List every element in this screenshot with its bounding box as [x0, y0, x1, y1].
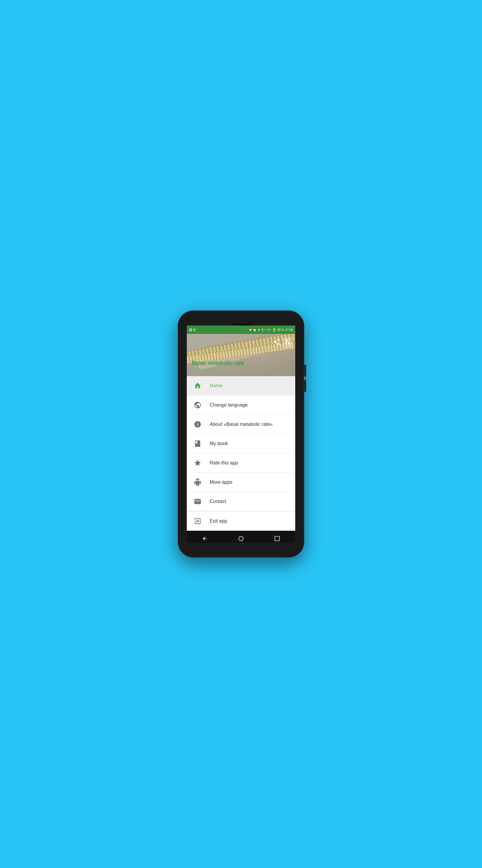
svg-rect-6 — [275, 536, 280, 541]
menu-item-rate[interactable]: Rate this app — [187, 453, 295, 472]
image-status-icon: 🖼 — [189, 328, 192, 332]
volume-down-button[interactable] — [304, 380, 306, 392]
svg-point-0 — [278, 339, 279, 341]
menu-rate-label: Rate this app — [210, 460, 238, 466]
svg-point-5 — [239, 536, 244, 541]
star-icon — [193, 458, 202, 468]
svg-line-4 — [276, 340, 278, 341]
phone-camera — [239, 318, 243, 322]
nav-bar — [187, 531, 295, 542]
menu-language-label: Change language — [210, 402, 248, 408]
phone-device: 🖼 G ✱ ⏰ ▼ E↗ G⁺ 🔋 55 % 17:26 — [178, 310, 304, 558]
status-right-icons: ✱ ⏰ ▼ E↗ G⁺ 🔋 55 % 17:26 — [249, 328, 293, 332]
email-icon — [193, 497, 202, 506]
back-button[interactable] — [199, 532, 211, 542]
menu-container: Home Change language About «Basal — [187, 376, 295, 531]
gplus-icon: G⁺ — [267, 328, 271, 332]
time-display: 17:26 — [285, 328, 293, 332]
menu-item-language[interactable]: Change language — [187, 396, 295, 415]
menu-moreapps-label: More apps — [210, 479, 232, 485]
volume-up-button[interactable] — [304, 365, 306, 377]
exit-icon — [193, 516, 202, 526]
menu-contact-label: Contact — [210, 499, 226, 504]
book-icon — [193, 439, 202, 448]
wifi-icon: ▼ — [258, 328, 261, 332]
bluetooth-icon: ✱ — [249, 328, 252, 332]
battery-level: 55 % — [277, 328, 284, 332]
share-button[interactable] — [273, 338, 280, 347]
menu-item-mybook[interactable]: My book — [187, 434, 295, 453]
menu-item-moreapps[interactable]: More apps — [187, 472, 295, 492]
signal-icon: E↗ — [262, 328, 266, 332]
translate-button[interactable] — [283, 337, 292, 348]
android-icon — [193, 477, 202, 487]
menu-item-contact[interactable]: Contact — [187, 492, 295, 511]
menu-item-home[interactable]: Home — [187, 376, 295, 396]
status-bar: 🖼 G ✱ ⏰ ▼ E↗ G⁺ 🔋 55 % 17:26 — [187, 326, 295, 334]
header-overlay: Basal metabolic rate Version 6.0.0 — [192, 360, 244, 371]
svg-point-2 — [278, 343, 279, 345]
app-title: Basal metabolic rate — [192, 360, 244, 366]
header-image: Basal metabolic rate Version 6.0.0 — [187, 334, 295, 376]
status-left-icons: 🖼 G — [189, 328, 196, 332]
menu-about-label: About «Basal metabolic rate» — [210, 422, 272, 427]
info-icon — [193, 420, 202, 429]
g-status-icon: G — [193, 328, 196, 332]
menu-home-label: Home — [210, 383, 223, 389]
battery-icon: 🔋 — [272, 328, 276, 332]
menu-item-exit[interactable]: Exit app — [187, 512, 295, 531]
menu-item-about[interactable]: About «Basal metabolic rate» — [187, 415, 295, 434]
recents-button[interactable] — [271, 532, 283, 542]
menu-mybook-label: My book — [210, 441, 228, 446]
phone-speaker — [232, 324, 250, 326]
home-button[interactable] — [235, 532, 247, 542]
globe-icon — [193, 400, 202, 410]
home-icon — [193, 381, 202, 391]
svg-point-1 — [274, 341, 276, 343]
menu-exit-label: Exit app — [210, 518, 227, 524]
phone-screen: 🖼 G ✱ ⏰ ▼ E↗ G⁺ 🔋 55 % 17:26 — [187, 326, 295, 542]
alarm-icon: ⏰ — [253, 328, 256, 332]
svg-line-3 — [276, 342, 278, 343]
app-version: Version 6.0.0 — [192, 367, 244, 371]
